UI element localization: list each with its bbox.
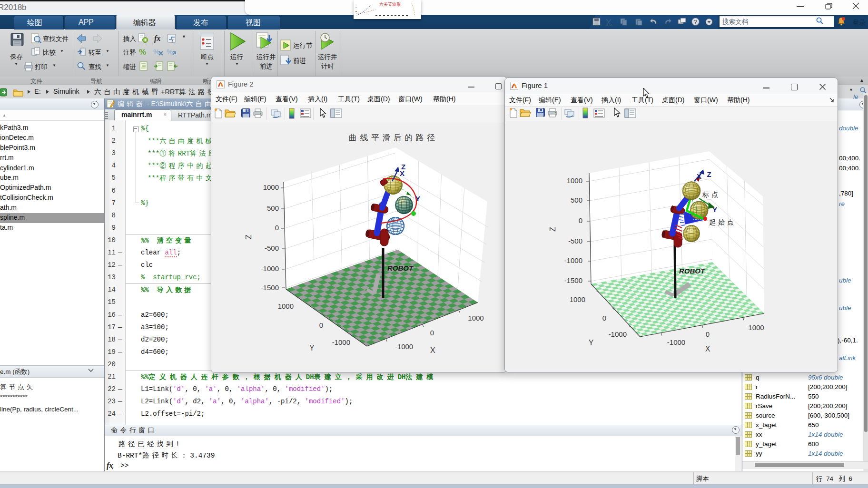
svg-text:Y: Y	[415, 195, 420, 203]
svg-text:X: X	[430, 346, 435, 354]
svg-text:?: ?	[694, 19, 697, 25]
svg-text:-1000: -1000	[395, 342, 413, 351]
svg-text:0: 0	[706, 330, 710, 338]
svg-text:起始点: 起始点	[709, 218, 736, 226]
svg-text:Z: Z	[707, 170, 711, 178]
svg-text:0: 0	[579, 216, 582, 224]
svg-text:Y: Y	[589, 339, 594, 347]
svg-text:0: 0	[319, 321, 323, 329]
svg-text:1000: 1000	[570, 295, 585, 303]
svg-text:-500: -500	[568, 237, 582, 245]
svg-text:-1000: -1000	[564, 256, 582, 264]
svg-text:-500: -500	[265, 244, 279, 252]
svg-text:-1000: -1000	[667, 338, 685, 346]
svg-text:0: 0	[430, 329, 434, 337]
svg-text:%: %	[153, 48, 159, 56]
svg-text:-1000: -1000	[332, 338, 350, 346]
svg-text:-1500: -1500	[564, 276, 582, 284]
svg-text:ROBOT: ROBOT	[679, 267, 706, 275]
svg-text:%: %	[167, 48, 173, 56]
svg-text:500: 500	[571, 196, 582, 204]
svg-text:0: 0	[602, 314, 606, 322]
svg-text:0: 0	[275, 224, 279, 232]
svg-text:-1000: -1000	[261, 264, 279, 273]
svg-text:X: X	[400, 169, 404, 177]
svg-text:fx: fx	[154, 34, 160, 43]
svg-text:1000: 1000	[278, 302, 294, 310]
svg-text:1000: 1000	[468, 314, 483, 322]
svg-text:Z: Z	[245, 234, 253, 239]
svg-text:X: X	[705, 345, 710, 353]
svg-text:1000: 1000	[567, 176, 582, 185]
svg-text:%: %	[139, 48, 146, 57]
svg-text:-1500: -1500	[261, 283, 279, 292]
svg-text:Z: Z	[549, 227, 557, 232]
svg-text:标点: 标点	[702, 191, 720, 198]
svg-text:ROBOT: ROBOT	[387, 264, 414, 272]
svg-text:500: 500	[267, 204, 279, 212]
svg-text:X: X	[697, 172, 701, 180]
svg-text:1000: 1000	[748, 323, 764, 332]
svg-text:Y: Y	[309, 344, 315, 352]
svg-text:-1000: -1000	[609, 330, 627, 338]
svg-text:1000: 1000	[263, 183, 279, 191]
